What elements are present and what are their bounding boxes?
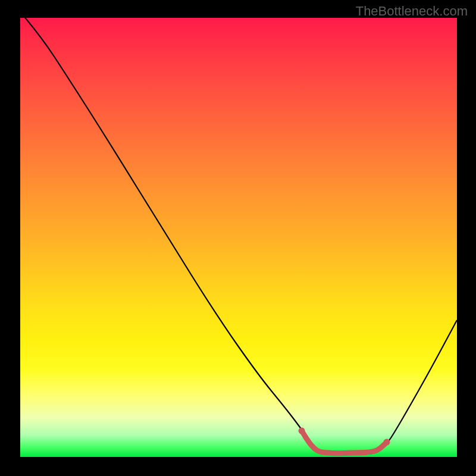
svg-point-1 — [384, 439, 390, 446]
chart-plot-area — [20, 18, 457, 457]
chart-svg — [20, 18, 457, 457]
svg-point-0 — [299, 428, 305, 434]
watermark-text: TheBottleneck.com — [356, 4, 468, 19]
bottleneck-curve — [20, 18, 457, 455]
optimal-marker — [299, 428, 390, 453]
